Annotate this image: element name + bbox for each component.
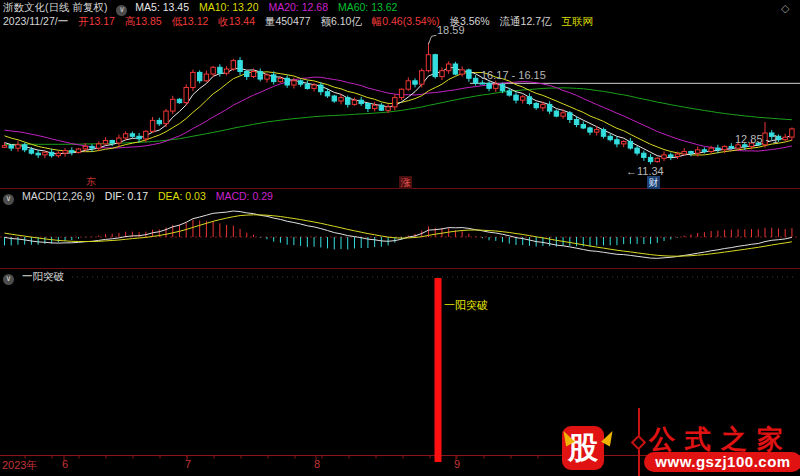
quote-volume: 量450477 xyxy=(265,15,311,27)
ma5-value: MA5: 13.45 xyxy=(135,1,189,13)
collapse-signal-icon[interactable]: ∨ xyxy=(3,274,14,285)
axis-month-7: 7 xyxy=(185,458,191,470)
quote-info-bar: 2023/11/27/一 开13.17 高13.85 低13.12 收13.44… xyxy=(3,15,600,28)
axis-month-8: 8 xyxy=(314,458,320,470)
quote-change: 幅0.46(3.54%) xyxy=(372,15,440,27)
logo-gu-character: 股 xyxy=(562,426,604,470)
macd-bar-value: MACD: 0.29 xyxy=(216,190,273,202)
macd-dea-value: DEA: 0.03 xyxy=(158,190,206,202)
event-marker-1[interactable]: 东 xyxy=(86,175,96,188)
quote-open: 开13.17 xyxy=(78,15,115,27)
event-marker-3[interactable]: 财 xyxy=(647,176,660,189)
high-price-label: 18.59 xyxy=(437,24,465,36)
title-bar: 浙数文化(日线 前复权)∨ MA5: 13.45 MA10: 13.20 MA2… xyxy=(3,1,404,16)
collapse-macd-icon[interactable]: ∨ xyxy=(3,194,14,205)
sector-link[interactable]: 互联网 xyxy=(561,15,593,27)
arrow-left-icon: ← xyxy=(626,165,637,177)
quote-float-cap: 流通12.7亿 xyxy=(500,15,552,27)
axis-month-9: 9 xyxy=(454,458,460,470)
ma60-value: MA60: 13.62 xyxy=(338,1,398,13)
quote-high: 高13.85 xyxy=(125,15,162,27)
chart-canvas xyxy=(0,0,800,476)
quote-low: 低13.12 xyxy=(172,15,209,27)
watermark-logo: 股 公式之家 www.gszj100.com xyxy=(556,408,800,476)
signal-indicator-name: 一阳突破 xyxy=(22,270,64,282)
stock-app-window: 浙数文化(日线 前复权)∨ MA5: 13.45 MA10: 13.20 MA2… xyxy=(0,0,800,476)
axis-year-label: 2023年 xyxy=(2,458,37,473)
gap-price-label: 16.17 - 16.15 xyxy=(481,69,546,81)
macd-dif-value: DIF: 0.17 xyxy=(105,190,148,202)
ma10-value: MA10: 13.20 xyxy=(199,1,259,13)
event-marker-2[interactable]: 涨 xyxy=(399,176,412,189)
bull-horn-left-icon xyxy=(559,429,575,447)
last-price-label: 12.85 - 1 xyxy=(735,133,778,145)
logo-site-url: www.gszj100.com xyxy=(644,452,800,472)
ma20-value: MA20: 12.68 xyxy=(268,1,328,13)
signal-header: ∨ 一阳突破 xyxy=(3,270,64,285)
logo-diamond-icon xyxy=(631,435,647,451)
quote-amount: 额6.10亿 xyxy=(320,15,361,27)
bull-horn-right-icon xyxy=(601,429,617,447)
axis-month-6: 6 xyxy=(62,458,68,470)
macd-header: ∨ MACD(12,26,9) DIF: 0.17 DEA: 0.03 MACD… xyxy=(3,190,280,205)
diamond-icon: ◇ xyxy=(781,2,789,15)
signal-bar-label: 一阳突破 xyxy=(444,298,488,313)
macd-indicator-name: MACD(12,26,9) xyxy=(22,190,95,202)
quote-date: 2023/11/27/一 xyxy=(3,15,68,27)
stock-title: 浙数文化(日线 前复权) xyxy=(3,1,107,13)
quote-close: 收13.44 xyxy=(218,15,255,27)
